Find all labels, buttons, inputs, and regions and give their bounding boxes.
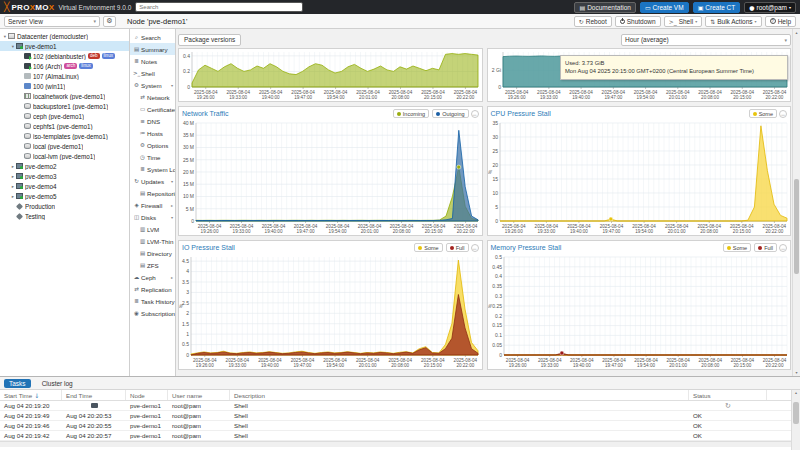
- menu-item-subscription[interactable]: ◉Subscription: [130, 307, 175, 319]
- menu-item-firewall[interactable]: ◈Firewall▸: [130, 199, 175, 211]
- tree-item-testing[interactable]: Testing: [0, 211, 129, 221]
- scrollbar-thumb[interactable]: [794, 179, 799, 274]
- menu-item-notes[interactable]: ≣Notes: [130, 55, 175, 67]
- menu-item-hosts[interactable]: ≔Hosts: [130, 127, 175, 139]
- tree-item-isotemplates[interactable]: iso-templates (pve-demo1): [0, 131, 129, 141]
- task-row[interactable]: Aug 04 20:19:49Aug 04 20:20:53pve-demo1r…: [0, 411, 800, 421]
- menu-item-updates[interactable]: ↻Updates▾: [130, 175, 175, 187]
- column-header-user-name[interactable]: User name: [168, 390, 230, 400]
- bulk-actions-button[interactable]: ⇅Bulk Actions▾: [705, 16, 761, 27]
- tasks-scrollbar[interactable]: ▴: [791, 390, 800, 450]
- menu-item-zfs[interactable]: ▤ZFS: [130, 259, 175, 271]
- menu-item-certificates[interactable]: ▭Certificates: [130, 103, 175, 115]
- legend-item-full[interactable]: Full: [754, 243, 777, 252]
- shutdown-button[interactable]: Shutdown: [615, 16, 661, 27]
- collapse-chart-icon[interactable]: −: [779, 110, 787, 118]
- global-search-input[interactable]: [135, 2, 303, 12]
- collapse-chart-icon[interactable]: −: [779, 244, 787, 252]
- column-header-status[interactable]: Status: [689, 390, 767, 400]
- tree-item-backupstore1[interactable]: backupstore1 (pve-demo1): [0, 101, 129, 111]
- menu-item-network[interactable]: ⇄Network: [130, 91, 175, 103]
- menu-item-search[interactable]: ⌕Search: [130, 31, 175, 43]
- tree-item-pvedemo1[interactable]: ▾pve-demo1: [0, 41, 129, 51]
- legend-item-some[interactable]: Some: [723, 243, 751, 252]
- menu-item-task-history[interactable]: ≣Task History: [130, 295, 175, 307]
- io-pressure-chart[interactable]: 00.511.522.533.544.5%2025-08-0419:26:002…: [179, 254, 482, 369]
- legend-item-some[interactable]: Some: [414, 243, 442, 252]
- column-header-end-time[interactable]: End Time: [62, 390, 126, 400]
- network-traffic-chart[interactable]: 05 M10 M15 M20 M25 M30 M35 M40 M2025-08-…: [179, 120, 482, 235]
- content-scrollbar[interactable]: ▴ ▾: [792, 29, 800, 376]
- legend-item-full[interactable]: Full: [446, 243, 469, 252]
- menu-item-repositories[interactable]: ▤Repositories: [130, 187, 175, 199]
- tree-item-ceph[interactable]: ceph (pve-demo1): [0, 111, 129, 121]
- shell-button[interactable]: >_Shell▾: [664, 16, 703, 27]
- tree-item-pvedemo3[interactable]: ▸pve-demo3: [0, 171, 129, 181]
- tree-item-pvedemo5[interactable]: ▸pve-demo5: [0, 191, 129, 201]
- menu-item-disks[interactable]: ◫Disks▾: [130, 211, 175, 223]
- task-row[interactable]: Aug 04 20:19:42Aug 04 20:20:57pve-demo1r…: [0, 431, 800, 441]
- documentation-button[interactable]: ▤Documentation: [574, 2, 635, 13]
- tree-item-102[interactable]: 102 (debianbuster)deblinux: [0, 51, 129, 61]
- tree-item-107[interactable]: 107 (AlmaLinux): [0, 71, 129, 81]
- menu-item-replication[interactable]: ⇄Replication: [130, 283, 175, 295]
- menu-item-ceph[interactable]: ☁Ceph▸: [130, 271, 175, 283]
- menu-item-lvm[interactable]: ▥LVM: [130, 223, 175, 235]
- create-ct-button[interactable]: ▣Create CT: [693, 2, 741, 13]
- create-vm-button[interactable]: ▭Create VM: [640, 2, 689, 13]
- tree-item-100[interactable]: 100 (win11): [0, 81, 129, 91]
- tree-item-pvedemo4[interactable]: ▸pve-demo4: [0, 181, 129, 191]
- book-icon: ▤: [579, 4, 585, 11]
- tree-settings-button[interactable]: ⚙: [103, 16, 116, 27]
- zfs-icon: ▤: [139, 262, 146, 268]
- caret-right-icon[interactable]: ▸: [171, 203, 173, 208]
- scrollbar-thumb[interactable]: [793, 402, 799, 424]
- menu-item-system-log[interactable]: ≣System Log: [130, 163, 175, 175]
- tab-cluster-log[interactable]: Cluster log: [37, 379, 78, 388]
- cpu-pressure-chart[interactable]: 05101520253035%2025-08-0419:26:002025-08…: [488, 120, 791, 235]
- view-selector[interactable]: Server View▾: [4, 16, 100, 27]
- legend-item-some[interactable]: Some: [749, 109, 777, 118]
- help-button[interactable]: ?Help: [765, 16, 796, 27]
- summary-content: Package versions Hour (average)▾ 00.20.4…: [176, 29, 800, 376]
- menu-item-dns[interactable]: ≡DNS: [130, 115, 175, 127]
- tree-item-pvedemo2[interactable]: ▸pve-demo2: [0, 161, 129, 171]
- memory-pressure-chart[interactable]: 00.050.10.150.20.250.30.350.40.450.5%202…: [488, 254, 791, 369]
- legend-item-incoming[interactable]: Incoming: [393, 109, 429, 118]
- scroll-up-icon[interactable]: ▴: [793, 30, 800, 35]
- tab-tasks[interactable]: Tasks: [4, 379, 31, 388]
- collapse-chart-icon[interactable]: −: [471, 244, 479, 252]
- cpu-usage-chart[interactable]: 00.20.42025-08-0419:26:002025-08-0419:33…: [179, 49, 482, 101]
- scroll-up-icon[interactable]: ▴: [795, 390, 797, 395]
- menu-item-time[interactable]: ◷Time: [130, 151, 175, 163]
- task-row[interactable]: Aug 04 20:19:20pve-demo1root@pamShell↻›: [0, 401, 800, 411]
- caret-down-icon[interactable]: ▾: [171, 179, 173, 184]
- menu-item-directory[interactable]: ▤Directory: [130, 247, 175, 259]
- tree-item-locallvm[interactable]: local-lvm (pve-demo1): [0, 151, 129, 161]
- tree-item-cephfs1[interactable]: cephfs1 (pve-demo1): [0, 121, 129, 131]
- scroll-down-icon[interactable]: ▾: [793, 370, 800, 375]
- caret-right-icon[interactable]: ▸: [171, 275, 173, 280]
- reboot-button[interactable]: ↻Reboot: [574, 16, 612, 27]
- menu-item-lvm-thin[interactable]: ▥LVM-Thin: [130, 235, 175, 247]
- menu-item-options[interactable]: ⚙Options: [130, 139, 175, 151]
- tree-item-local[interactable]: local (pve-demo1): [0, 141, 129, 151]
- task-row[interactable]: Aug 04 20:19:46Aug 04 20:20:55pve-demo1r…: [0, 421, 800, 431]
- user-menu-button[interactable]: ●root@pam▾: [744, 2, 796, 13]
- menu-item-summary[interactable]: ▤Summary: [130, 43, 175, 55]
- tree-item-production[interactable]: Production: [0, 201, 129, 211]
- package-versions-button[interactable]: Package versions: [178, 34, 241, 46]
- menu-item-shell[interactable]: >_Shell: [130, 67, 175, 79]
- column-header-description[interactable]: Description: [230, 390, 689, 400]
- collapse-chart-icon[interactable]: −: [471, 110, 479, 118]
- tree-item-localnetwork[interactable]: localnetwork (pve-demo1): [0, 91, 129, 101]
- menu-item-system[interactable]: ⚙System▾: [130, 79, 175, 91]
- timeframe-select[interactable]: Hour (average)▾: [621, 34, 791, 46]
- column-header-node[interactable]: Node: [126, 390, 168, 400]
- tree-item-datacenter[interactable]: ▾Datacenter (democluster): [0, 31, 129, 41]
- caret-down-icon[interactable]: ▾: [171, 83, 173, 88]
- column-header-start-time[interactable]: Start Time↓: [0, 390, 62, 400]
- caret-down-icon[interactable]: ▾: [171, 215, 173, 220]
- legend-item-outgoing[interactable]: Outgoing: [432, 109, 468, 118]
- tree-item-106[interactable]: 106 (Arch)archlinux: [0, 61, 129, 71]
